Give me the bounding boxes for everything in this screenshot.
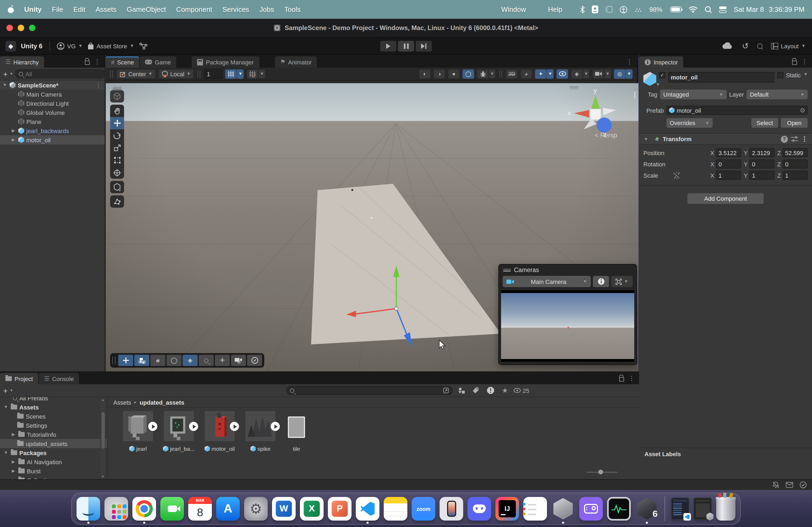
dock-facetime[interactable]: [160, 497, 184, 521]
tree-burst[interactable]: ▶Burst: [0, 466, 107, 476]
hierarchy-search[interactable]: [15, 69, 105, 78]
tree-collections[interactable]: ▶Collections: [0, 476, 107, 479]
menubar-edit[interactable]: Edit: [73, 5, 85, 13]
debug-draw-button[interactable]: [477, 69, 489, 79]
dock-notes[interactable]: [384, 497, 407, 521]
gizmos-dropdown[interactable]: ▼: [626, 69, 633, 79]
grid-size-field[interactable]: [204, 69, 222, 79]
dock-finder[interactable]: [76, 497, 100, 521]
panel-menu-icon[interactable]: ⋮: [801, 58, 808, 65]
visible-items-counter[interactable]: 25: [513, 387, 532, 394]
static-dropdown-caret[interactable]: ▼: [803, 72, 808, 77]
shaded-wire-button[interactable]: ●: [448, 69, 460, 79]
contacts-badge-icon[interactable]: [592, 5, 598, 13]
dock-minimized-vscode-window[interactable]: [671, 497, 689, 520]
tree-scenes[interactable]: Scenes: [0, 412, 107, 421]
dock-iphone-mirroring[interactable]: [439, 497, 463, 521]
dock-unity-6[interactable]: 6: [635, 497, 659, 521]
tree-packages-root[interactable]: ▼Packages: [0, 448, 107, 457]
scale-x-field[interactable]: [716, 171, 741, 180]
bluetooth-icon[interactable]: [580, 6, 585, 13]
hierarchy-search-input[interactable]: [25, 71, 102, 77]
effects-toggle-button[interactable]: ✦: [535, 69, 547, 79]
prefab-open-arrow[interactable]: [230, 422, 239, 431]
layers-button[interactable]: ◈: [571, 69, 583, 79]
move-snap-button[interactable]: ✛: [215, 355, 230, 366]
hierarchy-item-main-camera[interactable]: Main Camera: [0, 90, 105, 99]
position-x-field[interactable]: [716, 148, 741, 157]
menubar-app-name[interactable]: Unity: [24, 5, 42, 13]
asset-motor-oil[interactable]: [205, 411, 235, 441]
foldout-icon[interactable]: ▼: [2, 82, 8, 88]
account-dropdown[interactable]: VG▼: [57, 42, 83, 50]
render-mode-toggle[interactable]: ◯: [166, 355, 182, 366]
active-checkbox[interactable]: ✓: [659, 72, 665, 78]
grid-visibility-toggle[interactable]: #: [150, 355, 165, 366]
menubar-tools[interactable]: Tools: [284, 5, 301, 13]
asset-label-tile[interactable]: tile: [293, 446, 300, 452]
tab-animator[interactable]: ⚑Animator: [275, 56, 317, 67]
menubar-date[interactable]: Sat Mar 8: [734, 5, 764, 13]
hierarchy-item-global-volume[interactable]: Global Volume: [0, 108, 105, 117]
layout-dropdown[interactable]: Layout▼: [771, 43, 806, 49]
fullscreen-dropdown-caret[interactable]: ▼: [624, 279, 628, 284]
tab-project[interactable]: Project: [0, 373, 39, 384]
lock-icon[interactable]: [619, 377, 624, 381]
presets-icon[interactable]: [791, 136, 798, 142]
search-importance-icon[interactable]: [484, 386, 496, 395]
probuilder-tool-button[interactable]: [110, 195, 124, 208]
breadcrumb-current[interactable]: updated_assets: [140, 399, 184, 405]
menubar-clock[interactable]: 3:36:39 PM: [769, 5, 804, 13]
hierarchy-item-jearl-backwards[interactable]: ▶jearl_backwards: [0, 126, 105, 135]
asset-jearl-ba[interactable]: [164, 411, 194, 441]
panel-menu-icon[interactable]: ⋮: [626, 58, 633, 65]
move-tool-button[interactable]: [110, 117, 124, 129]
tools-overlay-toggle[interactable]: [118, 355, 133, 366]
lock-icon[interactable]: [85, 61, 90, 65]
favorites-star-icon[interactable]: ★: [499, 386, 511, 395]
scene-menu-icon[interactable]: ⋮: [95, 81, 105, 89]
position-z-field[interactable]: [782, 148, 808, 157]
dock-chrome[interactable]: [132, 497, 156, 521]
rotation-y-field[interactable]: [750, 160, 775, 168]
dock-zoom[interactable]: zoom: [412, 497, 435, 521]
thumbnail-size-slider[interactable]: [586, 472, 618, 473]
play-button[interactable]: [380, 41, 396, 51]
dock-vscode[interactable]: [356, 497, 379, 521]
scene-root-row[interactable]: ▼ SampleScene* ⋮: [0, 80, 105, 90]
help-icon[interactable]: ?: [781, 136, 788, 142]
scale-z-field[interactable]: [782, 171, 808, 180]
spotlight-search-icon[interactable]: [705, 6, 712, 13]
asset-jearl[interactable]: [123, 411, 153, 441]
rect-tool-button[interactable]: [110, 154, 124, 166]
search-overlay-button[interactable]: [199, 355, 214, 366]
snap-increment-dropdown[interactable]: ▼: [258, 69, 265, 79]
favorites-all-prefabs[interactable]: All Prefabs: [0, 397, 107, 403]
prefab-open-arrow[interactable]: [189, 422, 198, 431]
orientation-mode-dropdown[interactable]: Local▼: [158, 69, 194, 79]
menubar-file[interactable]: File: [52, 5, 63, 13]
gizmo-lock-icon[interactable]: [634, 92, 635, 98]
overrides-dropdown[interactable]: Overrides▼: [666, 118, 713, 128]
custom-tool-button[interactable]: [110, 181, 124, 193]
dock-system-settings[interactable]: ⚙: [244, 497, 268, 521]
object-name-field[interactable]: [668, 72, 774, 82]
wifi-icon[interactable]: [688, 6, 698, 13]
tree-updated-assets[interactable]: updated_assets: [0, 439, 107, 448]
open-button[interactable]: Open: [781, 118, 808, 128]
toolbar-drag-handle[interactable]: [198, 70, 200, 77]
component-menu-icon[interactable]: ⋮: [801, 135, 808, 143]
accessibility-icon[interactable]: [620, 6, 627, 13]
apple-menu-icon[interactable]: [8, 5, 14, 13]
grid-snap-dropdown[interactable]: ▼: [237, 69, 244, 79]
plastic-scm-icon[interactable]: [139, 42, 147, 50]
scale-y-field[interactable]: [750, 171, 775, 180]
debug-draw-dropdown[interactable]: ▼: [489, 69, 496, 79]
add-icon[interactable]: +: [3, 386, 8, 395]
dock-trash[interactable]: [716, 497, 736, 521]
scene-viewport[interactable]: y x z < Persp # ◯ ◈ ✛: [106, 83, 639, 371]
add-dropdown-caret[interactable]: ▾: [10, 71, 12, 76]
asset-tile[interactable]: [288, 417, 305, 438]
tree-tutorialinfo[interactable]: ▶TutorialInfo: [0, 430, 107, 439]
dock-app-store[interactable]: A: [216, 497, 240, 521]
